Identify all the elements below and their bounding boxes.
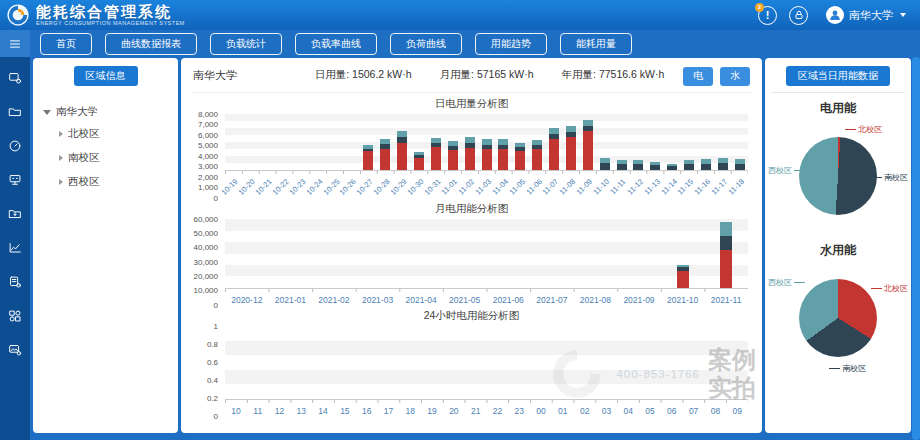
stacked-bar-2021-05[interactable] [459,219,471,288]
sidebar-item-line-chart[interactable] [0,234,30,261]
nav-tab-1[interactable]: 首页 [40,33,92,55]
bar-slot [714,114,731,170]
x-tick-label: 2021-10 [661,292,705,305]
scrollbar[interactable] [912,57,920,440]
nav-tab-4[interactable]: 负载率曲线 [295,33,377,55]
x-tick-label: 07 [683,403,705,416]
water-pie-chart[interactable] [799,279,877,357]
gauge-icon [7,138,23,154]
stacked-bar-11-16[interactable] [701,114,711,170]
alerts-button[interactable]: 2! [758,6,777,25]
region-tree: 南华大学 北校区南校区西校区 [33,92,178,204]
stacked-bar-10-26[interactable] [347,114,357,170]
stat-3: 年用量: 77516.6 kW·h [562,68,665,82]
x-tick-label: 14 [312,403,334,416]
stacked-bar-11-12[interactable] [633,114,643,170]
x-tick-label: 20 [443,403,465,416]
sidebar-item-apps-grid[interactable] [0,302,30,329]
sidebar-item-report-config[interactable] [0,268,30,295]
nav-tab-2[interactable]: 曲线数据报表 [105,33,197,55]
nav-tab-5[interactable]: 负荷曲线 [390,33,462,55]
stacked-bar-2021-11[interactable] [720,219,732,288]
stacked-bar-2021-01[interactable] [284,219,296,288]
stacked-bar-11-03[interactable] [482,114,492,170]
sidebar-item-gauge[interactable] [0,132,30,159]
stacked-bar-11-07[interactable] [549,114,559,170]
energy-button-1[interactable]: 电 [683,67,713,86]
stacked-bar-10-23[interactable] [296,114,306,170]
app-subtitle: ENERGY CONSUMPTION MANAGEMENT SYSTEM [36,21,185,27]
bar-segment-南校区 [684,164,694,170]
icon-sidebar [0,30,30,440]
stacked-bar-2021-03[interactable] [372,219,384,288]
x-tick-label: 09 [726,403,748,416]
sidebar-item-menu[interactable] [0,30,30,57]
stacked-bar-2021-10[interactable] [677,219,689,288]
apps-grid-icon [7,308,23,324]
electricity-pie-chart[interactable] [799,137,877,215]
tree-node-1[interactable]: 北校区 [41,122,170,146]
user-menu[interactable]: 南华大学 [826,6,906,24]
sidebar-item-download-folder[interactable] [0,200,30,227]
stacked-bar-10-24[interactable] [313,114,323,170]
stacked-bar-2021-08[interactable] [589,219,601,288]
stacked-bar-10-31[interactable] [431,114,441,170]
bar-segment-北校区 [532,149,542,169]
stacked-bar-2021-09[interactable] [633,219,645,288]
stacked-bar-11-18[interactable] [735,114,745,170]
bar-slot [530,326,552,399]
y-tick-label: 0.2 [207,393,218,402]
energy-button-2[interactable]: 水 [720,67,750,86]
nav-tab-7[interactable]: 能耗用量 [560,33,632,55]
bar-slot [726,326,748,399]
lock-icon [794,10,804,20]
tree-node-2[interactable]: 南校区 [41,146,170,170]
bar-segment-北校区 [465,148,475,170]
sidebar-item-display[interactable] [0,166,30,193]
stacked-bar-11-13[interactable] [650,114,660,170]
nav-tab-6[interactable]: 用能趋势 [475,33,547,55]
x-tick-label: 17 [378,403,400,416]
sidebar-item-folder[interactable] [0,98,30,125]
stacked-bar-10-30[interactable] [414,114,424,170]
stacked-bar-2021-06[interactable] [502,219,514,288]
app-header: 能耗综合管理系统 ENERGY CONSUMPTION MANAGEMENT S… [0,0,920,30]
bar-slot [704,219,748,288]
stacked-bar-11-06[interactable] [532,114,542,170]
stacked-bar-10-28[interactable] [380,114,390,170]
sidebar-item-image-config[interactable] [0,336,30,363]
stacked-bar-10-21[interactable] [262,114,272,170]
stacked-bar-10-19[interactable] [228,114,238,170]
stacked-bar-2021-02[interactable] [328,219,340,288]
lock-button[interactable] [789,6,808,25]
leader-line [871,288,882,289]
stacked-bar-2021-04[interactable] [415,219,427,288]
y-tick-label: 8,000 [198,109,218,118]
stacked-bar-10-29[interactable] [397,114,407,170]
stacked-bar-11-09[interactable] [583,114,593,170]
sidebar-item-dashboard-config[interactable] [0,64,30,91]
stacked-bar-10-27[interactable] [363,114,373,170]
tree-node-root[interactable]: 南华大学 [41,102,170,122]
stacked-bar-11-14[interactable] [667,114,677,170]
x-tick-label: 23 [508,403,530,416]
stacked-bar-10-20[interactable] [245,114,255,170]
stacked-bar-11-02[interactable] [465,114,475,170]
stacked-bar-11-05[interactable] [515,114,525,170]
bar-slot [225,326,247,399]
stacked-bar-10-22[interactable] [279,114,289,170]
stacked-bar-11-10[interactable] [600,114,610,170]
stacked-bar-11-04[interactable] [498,114,508,170]
tree-node-3[interactable]: 西校区 [41,170,170,194]
nav-tab-3[interactable]: 负载统计 [210,33,282,55]
stacked-bar-11-01[interactable] [448,114,458,170]
stacked-bar-2021-07[interactable] [546,219,558,288]
stacked-bar-2020-12[interactable] [241,219,253,288]
stacked-bar-11-11[interactable] [617,114,627,170]
region-panel: 区域信息 南华大学 北校区南校区西校区 [33,58,178,433]
bar-slot [312,326,334,399]
stacked-bar-10-25[interactable] [330,114,340,170]
stacked-bar-11-08[interactable] [566,114,576,170]
stacked-bar-11-17[interactable] [718,114,728,170]
stacked-bar-11-15[interactable] [684,114,694,170]
